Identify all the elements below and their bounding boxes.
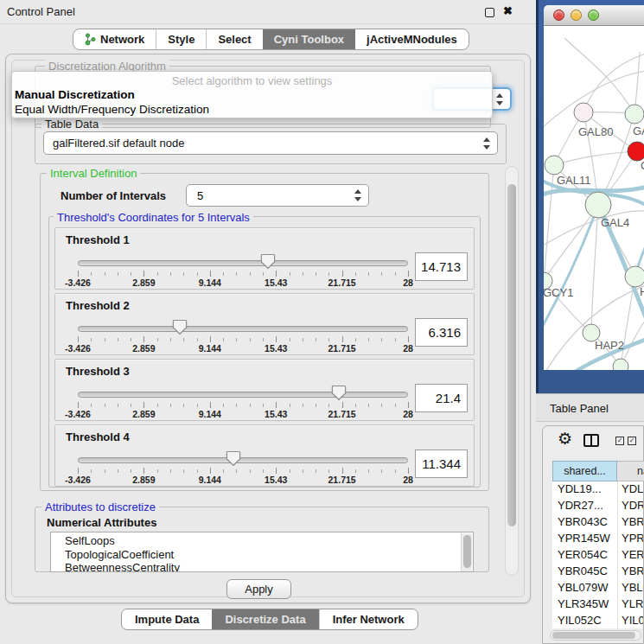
gear-icon[interactable]: ⚙	[558, 429, 572, 449]
table-row[interactable]: YLR345WYLR3	[552, 596, 643, 613]
attribute-list-item[interactable]: SelfLoops	[65, 534, 473, 548]
algorithm-dropdown: Select algorithm to view settings Manual…	[11, 71, 493, 118]
scrollbar-thumb[interactable]	[552, 632, 635, 639]
tab-label: Cyni Toolbox	[274, 33, 344, 46]
slider-ticks	[55, 336, 474, 342]
table-data-select[interactable]: galFiltered.sif default node	[43, 131, 498, 155]
slider-ticks	[55, 271, 474, 277]
dropdown-option-manual-discretization[interactable]: Manual Discretization	[15, 88, 135, 101]
scrollbar-thumb[interactable]	[507, 184, 516, 526]
tab-label: Discretize Data	[225, 613, 305, 626]
threshold-panel: Threshold 4-3.4262.8599.14415.4321.71528…	[54, 424, 475, 487]
table-header-row: shared... na	[543, 461, 643, 481]
threshold-panel: Threshold 3-3.4262.8599.14415.4321.71528…	[54, 359, 475, 421]
table-row[interactable]: YDR27...YDR2	[552, 498, 643, 514]
threshold-value-field[interactable]: 14.713	[415, 252, 468, 281]
columns-icon[interactable]	[583, 434, 599, 447]
slider-ticks	[55, 402, 474, 408]
attribute-list-item[interactable]: TopologicalCoefficient	[65, 548, 473, 562]
combo-stepper-icon[interactable]	[496, 93, 504, 105]
threshold-slider-track[interactable]	[78, 260, 408, 266]
threshold-value-field[interactable]: 11.344	[415, 450, 468, 478]
threshold-slider-track[interactable]	[78, 457, 408, 463]
minimize-traffic-light[interactable]	[571, 10, 582, 21]
slider-ticks	[55, 468, 474, 474]
network-node[interactable]	[625, 105, 644, 124]
tab-discretize-data[interactable]: Discretize Data	[212, 609, 318, 629]
interval-definition-group-title: Interval Definition	[47, 167, 140, 180]
table-row[interactable]: YDL19...YDL1	[552, 481, 643, 498]
tab-select[interactable]: Select	[206, 29, 262, 49]
float-window-icon[interactable]	[485, 8, 494, 17]
control-panel-window: Control Panel ✖ Network Style Select Cyn…	[0, 0, 536, 644]
threshold-title: Threshold 4	[66, 430, 130, 443]
numerical-attributes-list[interactable]: SelfLoopsTopologicalCoefficientBetweenne…	[50, 532, 474, 572]
network-node[interactable]	[628, 142, 644, 161]
horizontal-scrollbar[interactable]	[550, 630, 641, 641]
tab-label: Impute Data	[135, 613, 199, 626]
table-row[interactable]: YBR043CYBR0	[552, 514, 643, 531]
tab-infer-network[interactable]: Infer Network	[319, 609, 418, 629]
close-icon[interactable]: ✖	[503, 4, 513, 17]
threshold-value-field[interactable]: 6.316	[415, 318, 468, 347]
node-label: HAP2	[595, 339, 624, 352]
table-row[interactable]: YBL079WYBL0	[552, 580, 643, 596]
node-label: GAL80	[578, 125, 613, 138]
cyni-bottom-tabs: Impute Data Discretize Data Infer Networ…	[121, 609, 418, 630]
tab-impute-data[interactable]: Impute Data	[122, 609, 212, 629]
threshold-slider-track[interactable]	[78, 392, 408, 398]
tab-cyni-toolbox[interactable]: Cyni Toolbox	[263, 29, 355, 49]
tab-style[interactable]: Style	[156, 29, 206, 49]
attribute-list-item[interactable]: BetweennessCentrality	[65, 561, 473, 572]
slider-tick-labels: -3.4262.8599.14415.4321.71528	[55, 475, 474, 485]
network-node[interactable]	[545, 156, 564, 175]
zoom-traffic-light[interactable]	[588, 10, 599, 21]
tab-network[interactable]: Network	[73, 29, 156, 49]
threshold-slider-thumb[interactable]	[172, 319, 188, 335]
threshold-title: Threshold 2	[66, 299, 130, 312]
table-row[interactable]: YPR145WYPR1	[552, 531, 643, 547]
spinner-stepper-icon[interactable]	[354, 189, 362, 201]
dropdown-placeholder: Select algorithm to view settings	[12, 74, 492, 87]
network-node[interactable]	[574, 103, 593, 122]
slider-tick-labels: -3.4262.8599.14415.4321.71528	[55, 277, 474, 288]
table-body: YDL19...YDL1YDR27...YDR2YBR043CYBR0YPR14…	[552, 481, 643, 628]
number-of-intervals-label: Number of Intervals	[61, 189, 166, 202]
tab-label: Select	[218, 33, 251, 46]
checkbox-icon[interactable]: ✓	[628, 437, 636, 445]
threshold-slider-thumb[interactable]	[260, 253, 276, 270]
slider-tick-labels: -3.4262.8599.14415.4321.71528	[55, 343, 474, 354]
list-scrollbar[interactable]	[461, 533, 472, 572]
threshold-title: Threshold 1	[66, 233, 130, 246]
combo-stepper-icon[interactable]	[483, 137, 491, 150]
network-node[interactable]	[585, 192, 611, 218]
num-intervals-spinner[interactable]: 5	[186, 184, 369, 207]
node-label: GAL4	[601, 216, 629, 229]
network-node[interactable]	[613, 359, 628, 370]
dropdown-option-equal-width-frequency[interactable]: Equal Width/Frequency Discretization	[15, 103, 209, 116]
network-icon	[85, 33, 96, 46]
apply-button[interactable]: Apply	[226, 579, 291, 599]
threshold-slider-track[interactable]	[78, 326, 408, 332]
table-panel-title: Table Panel	[550, 402, 609, 415]
threshold-slider-thumb[interactable]	[226, 450, 241, 467]
column-header-shared-name[interactable]: shared...	[552, 461, 617, 481]
checkbox-icon[interactable]: ✓	[615, 437, 624, 445]
network-window-titlebar	[544, 5, 644, 26]
threshold-value-field[interactable]: 21.4	[415, 384, 468, 412]
vertical-scrollbar[interactable]	[505, 166, 519, 576]
num-intervals-value: 5	[197, 189, 203, 202]
tab-label: Network	[100, 33, 144, 46]
network-canvas[interactable]: GAL80GACGAL11GAL4GCY1HHAP2	[544, 26, 644, 370]
window-title: Control Panel	[7, 5, 75, 18]
threshold-panel: Threshold 1-3.4262.8599.14415.4321.71528…	[54, 227, 475, 290]
close-traffic-light[interactable]	[553, 10, 564, 21]
column-header-name[interactable]: na	[617, 461, 644, 481]
threshold-slider-thumb[interactable]	[331, 385, 347, 401]
tab-jactivemnodules[interactable]: jActiveMNodules	[355, 29, 469, 49]
table-row[interactable]: YIL052CYIL0	[552, 613, 643, 628]
table-row[interactable]: YER054CYER0	[552, 547, 643, 564]
numerical-attributes-label: Numerical Attributes	[47, 516, 156, 529]
table-row[interactable]: YBR045CYBR0	[552, 564, 643, 580]
network-node[interactable]	[625, 266, 644, 287]
